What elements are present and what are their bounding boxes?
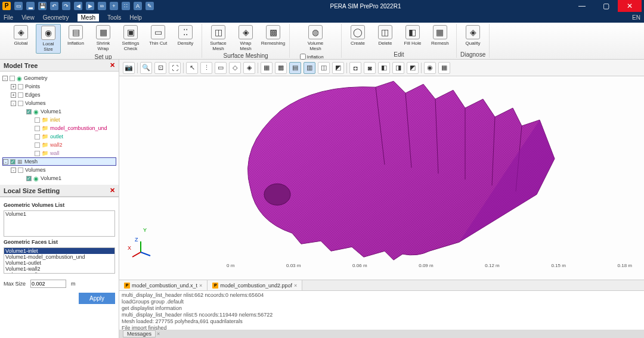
qa-save[interactable]: 💾	[38, 2, 47, 10]
vt-sel-vol[interactable]: ◈	[243, 62, 255, 74]
tree-checkbox[interactable]	[18, 101, 23, 106]
tree-node-outlet[interactable]: 📁outlet	[2, 132, 116, 141]
vt-zoom-in[interactable]: 🔍	[140, 62, 152, 74]
tree-node-volumes[interactable]: -Volumes	[2, 166, 116, 174]
model-tree[interactable]: -◉Geometry+Points+Edges-Volumes✓◉Volume1…	[0, 72, 119, 185]
tree-toggle-icon[interactable]: -	[11, 101, 16, 106]
ribbon-volume-mesh[interactable]: ◍Volume Mesh	[303, 24, 328, 52]
ribbon-surface-mesh[interactable]: ◫Surface Mesh	[206, 24, 231, 52]
tree-node-volumes[interactable]: -Volumes	[2, 99, 116, 107]
check-inflation[interactable]: Inflation	[300, 54, 331, 60]
qa-a[interactable]: A	[134, 2, 142, 10]
ribbon-remeshing[interactable]: ▩Remeshing	[261, 24, 286, 52]
vt-cube1[interactable]: ◘	[349, 62, 361, 74]
apply-button[interactable]: Apply	[79, 293, 115, 304]
vt-iso[interactable]: ▥	[304, 62, 315, 74]
qa-open[interactable]: ▂	[26, 2, 35, 10]
qa-style[interactable]: ✎	[145, 2, 154, 10]
tree-node-volume1[interactable]: ✓◉Volume1	[2, 107, 116, 116]
list-item[interactable]: Volume1-wall	[4, 272, 114, 274]
ribbon-thin-cut[interactable]: ▭Thin Cut	[145, 24, 171, 54]
tree-toggle-icon[interactable]: -	[3, 159, 8, 165]
close-tree-icon[interactable]: ✕	[110, 61, 115, 69]
menu-help[interactable]: Help	[129, 14, 142, 21]
vt-zoom-sel[interactable]: ⊡	[154, 62, 166, 74]
ribbon-wrap-mesh[interactable]: ◈Wrap Mesh	[233, 24, 258, 52]
qa-new[interactable]: ▭	[14, 2, 23, 10]
tree-checkbox[interactable]: ✓	[26, 176, 32, 181]
vt-arrow[interactable]: ↖	[186, 62, 198, 74]
menu-tools[interactable]: Tools	[107, 14, 121, 21]
tree-checkbox[interactable]	[18, 92, 23, 98]
tree-toggle-icon[interactable]: +	[11, 84, 16, 89]
vt-xy[interactable]: ▦	[261, 62, 273, 74]
viewport-3d[interactable]: Y X Z 0 m0.03 m0.06 m0.09 m0.12 m0.15 m0…	[119, 76, 644, 280]
tree-node-edges[interactable]: +Edges	[2, 91, 116, 99]
vt-fit[interactable]: ⛶	[169, 62, 181, 74]
vt-persp[interactable]: ◩	[332, 62, 344, 74]
faces-list[interactable]: Volume1-inletVolume1-model_combustion_un…	[4, 247, 115, 274]
qa-add[interactable]: +	[110, 2, 118, 10]
qa-fwd[interactable]: ▶	[86, 2, 94, 10]
doc-tab[interactable]: Pmodel_combustion_und.x_t×	[119, 280, 208, 290]
vt-yz[interactable]: ▤	[289, 62, 301, 74]
menu-file[interactable]: File	[4, 14, 13, 21]
menu-geometry[interactable]: Geometry	[43, 14, 69, 21]
close-settings-icon[interactable]: ✕	[110, 187, 115, 194]
ribbon-delete[interactable]: ◫Delete	[373, 24, 398, 47]
maximize-button[interactable]: ▢	[594, 0, 618, 12]
ribbon-shrink-wrap[interactable]: ▦Shrink Wrap	[91, 24, 116, 54]
tree-node-wall[interactable]: 📁wall	[2, 149, 116, 157]
vt-sel-box[interactable]: ▭	[215, 62, 227, 74]
tree-checkbox[interactable]	[10, 76, 15, 81]
list-item[interactable]: Volume1-inlet	[4, 248, 114, 254]
close-button[interactable]: ✕	[618, 0, 642, 12]
vt-cube4[interactable]: ◨	[392, 62, 404, 74]
vt-cube3[interactable]: ◧	[378, 62, 390, 74]
tab-close-icon[interactable]: ×	[294, 283, 297, 289]
qa-back[interactable]: ◀	[74, 2, 82, 10]
list-item[interactable]: Volume1-wall2	[4, 266, 114, 272]
ribbon-density[interactable]: ⁚⁚Density	[173, 24, 198, 54]
ribbon-quality[interactable]: ◈Quality	[460, 24, 485, 47]
tree-node-points[interactable]: +Points	[2, 82, 116, 91]
qa-snap[interactable]: ∷	[122, 2, 130, 10]
vt-xz[interactable]: ▩	[275, 62, 287, 74]
ribbon-fill-hole[interactable]: ◧Fill Hole	[400, 24, 425, 47]
ribbon-create[interactable]: ◯Create	[345, 24, 370, 47]
tree-checkbox[interactable]	[18, 168, 23, 173]
ribbon-remesh[interactable]: ▦Remesh	[428, 24, 453, 47]
tree-checkbox[interactable]	[18, 84, 23, 89]
vt-sel-pt[interactable]: ⋮	[200, 62, 212, 74]
tree-toggle-icon[interactable]: -	[11, 168, 16, 173]
ribbon-settings-check[interactable]: ▣Settings Check	[118, 24, 143, 54]
tree-toggle-icon[interactable]: -	[2, 76, 8, 81]
vt-iso2[interactable]: ◫	[318, 62, 330, 74]
qa-link[interactable]: ∞	[98, 2, 106, 10]
tree-checkbox[interactable]	[35, 151, 40, 156]
vt-sel-poly[interactable]: ◇	[229, 62, 241, 74]
tree-node-inlet[interactable]: 📁inlet	[2, 116, 116, 124]
minimize-button[interactable]: —	[570, 0, 594, 12]
tree-checkbox[interactable]	[35, 117, 40, 123]
tree-checkbox[interactable]	[35, 142, 40, 148]
ribbon-local-size[interactable]: ◉Local Size	[36, 24, 61, 54]
menu-mesh[interactable]: Mesh	[78, 14, 99, 21]
ribbon-inflation[interactable]: ▤Inflation	[63, 24, 88, 54]
vt-camera[interactable]: 📷	[123, 62, 135, 74]
qa-undo[interactable]: ↶	[50, 2, 58, 10]
menu-view[interactable]: View	[21, 14, 35, 21]
language-toggle[interactable]: EN	[632, 14, 640, 21]
tab-close-icon[interactable]: ×	[199, 283, 202, 289]
ribbon-global[interactable]: ◈Global	[8, 24, 33, 54]
list-item[interactable]: Volume1-model_combustion_und	[4, 254, 114, 260]
vt-cube5[interactable]: ◩	[407, 62, 419, 74]
tree-checkbox[interactable]	[35, 134, 40, 139]
list-item[interactable]: Volume1	[4, 211, 114, 217]
tree-node-geometry[interactable]: -◉Geometry	[2, 74, 116, 82]
tree-toggle-icon[interactable]: +	[11, 92, 16, 98]
messages-close-icon[interactable]: ×	[157, 331, 160, 337]
vt-cube2[interactable]: ◙	[364, 62, 376, 74]
doc-tab[interactable]: Pmodel_combustion_und2.ppof×	[208, 280, 302, 290]
tree-node-volume1[interactable]: ✓◉Volume1	[2, 174, 116, 182]
